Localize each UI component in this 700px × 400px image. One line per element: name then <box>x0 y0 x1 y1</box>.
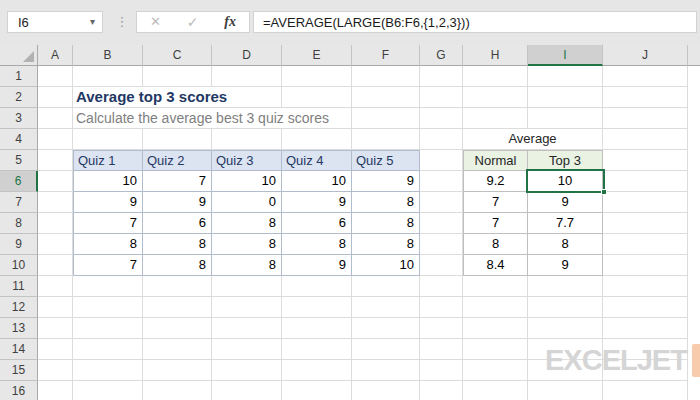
cell-F3[interactable] <box>352 108 420 129</box>
cell-I6[interactable]: 10 <box>528 171 603 192</box>
column-header-H[interactable]: H <box>463 45 528 66</box>
column-header-A[interactable]: A <box>38 45 73 66</box>
cell-J4[interactable] <box>603 129 688 150</box>
cell-F9[interactable]: 8 <box>352 234 420 255</box>
cell-E8[interactable]: 6 <box>282 213 352 234</box>
cell-F12[interactable] <box>352 297 420 318</box>
cell-D12[interactable] <box>212 297 282 318</box>
cell-E6[interactable]: 10 <box>282 171 352 192</box>
cell-A5[interactable] <box>38 150 73 171</box>
row-header-4[interactable]: 4 <box>0 129 38 150</box>
cell-J13[interactable] <box>603 318 688 339</box>
cell-A7[interactable] <box>38 192 73 213</box>
column-header-D[interactable]: D <box>212 45 282 66</box>
cell-H14[interactable] <box>463 339 528 360</box>
cell-J7[interactable] <box>603 192 688 213</box>
cell-B11[interactable] <box>73 276 143 297</box>
cell-B9[interactable]: 8 <box>73 234 143 255</box>
cell-H1[interactable] <box>463 66 528 87</box>
cell-E9[interactable]: 8 <box>282 234 352 255</box>
cell-E2[interactable] <box>282 87 352 108</box>
row-header-14[interactable]: 14 <box>0 339 38 360</box>
cell-A2[interactable] <box>38 87 73 108</box>
cell-G9[interactable] <box>420 234 463 255</box>
cell-D5[interactable]: Quiz 3 <box>212 150 282 171</box>
name-box[interactable]: I6 ▾ <box>7 11 103 33</box>
cell-E16[interactable] <box>282 381 352 400</box>
cell-D4[interactable] <box>212 129 282 150</box>
cell-I8[interactable]: 7.7 <box>528 213 603 234</box>
cell-F11[interactable] <box>352 276 420 297</box>
cell-A6[interactable] <box>38 171 73 192</box>
cell-F13[interactable] <box>352 318 420 339</box>
cell-C16[interactable] <box>143 381 212 400</box>
cell-E12[interactable] <box>282 297 352 318</box>
cell-A14[interactable] <box>38 339 73 360</box>
cell-I10[interactable]: 9 <box>528 255 603 276</box>
row-header-15[interactable]: 15 <box>0 360 38 381</box>
column-header-J[interactable]: J <box>603 45 688 66</box>
cell-G14[interactable] <box>420 339 463 360</box>
cell-C1[interactable] <box>143 66 212 87</box>
cell-E13[interactable] <box>282 318 352 339</box>
cell-G1[interactable] <box>420 66 463 87</box>
row-header-1[interactable]: 1 <box>0 66 38 87</box>
cell-I11[interactable] <box>528 276 603 297</box>
cell-A16[interactable] <box>38 381 73 400</box>
cell-G7[interactable] <box>420 192 463 213</box>
column-header-E[interactable]: E <box>282 45 352 66</box>
cell-G3[interactable] <box>420 108 463 129</box>
row-header-2[interactable]: 2 <box>0 87 38 108</box>
cell-I12[interactable] <box>528 297 603 318</box>
cell-A8[interactable] <box>38 213 73 234</box>
cell-B13[interactable] <box>73 318 143 339</box>
cell-I1[interactable] <box>528 66 603 87</box>
cell-H9[interactable]: 8 <box>463 234 528 255</box>
row-header-16[interactable]: 16 <box>0 381 38 400</box>
cell-D14[interactable] <box>212 339 282 360</box>
cell-H16[interactable] <box>463 381 528 400</box>
cell-D16[interactable] <box>212 381 282 400</box>
cell-B12[interactable] <box>73 297 143 318</box>
cell-E7[interactable]: 9 <box>282 192 352 213</box>
row-header-7[interactable]: 7 <box>0 192 38 213</box>
cell-I5[interactable]: Top 3 <box>528 150 603 171</box>
formula-input[interactable]: =AVERAGE(LARGE(B6:F6,{1,2,3})) <box>253 11 697 33</box>
cell-I3[interactable] <box>528 108 603 129</box>
cell-B2[interactable]: Average top 3 scores <box>73 87 143 108</box>
row-header-5[interactable]: 5 <box>0 150 38 171</box>
cell-J10[interactable] <box>603 255 688 276</box>
cell-H2[interactable] <box>463 87 528 108</box>
cell-H10[interactable]: 8.4 <box>463 255 528 276</box>
cell-C4[interactable] <box>143 129 212 150</box>
cell-A15[interactable] <box>38 360 73 381</box>
column-header-G[interactable]: G <box>420 45 463 66</box>
cell-H4[interactable]: Average <box>463 129 528 150</box>
cell-C11[interactable] <box>143 276 212 297</box>
cell-H8[interactable]: 7 <box>463 213 528 234</box>
cell-I7[interactable]: 9 <box>528 192 603 213</box>
cell-F2[interactable] <box>352 87 420 108</box>
cell-F8[interactable]: 8 <box>352 213 420 234</box>
cell-D11[interactable] <box>212 276 282 297</box>
cancel-icon[interactable]: ✕ <box>150 12 161 32</box>
cell-G4[interactable] <box>420 129 463 150</box>
cell-E10[interactable]: 9 <box>282 255 352 276</box>
cell-G6[interactable] <box>420 171 463 192</box>
cell-D8[interactable]: 8 <box>212 213 282 234</box>
cell-I16[interactable] <box>528 381 603 400</box>
cell-A4[interactable] <box>38 129 73 150</box>
cell-J11[interactable] <box>603 276 688 297</box>
cell-B4[interactable] <box>73 129 143 150</box>
cell-G16[interactable] <box>420 381 463 400</box>
cell-C9[interactable]: 8 <box>143 234 212 255</box>
cell-A13[interactable] <box>38 318 73 339</box>
cell-B6[interactable]: 10 <box>73 171 143 192</box>
row-header-12[interactable]: 12 <box>0 297 38 318</box>
row-header-6[interactable]: 6 <box>0 171 38 192</box>
cell-F6[interactable]: 9 <box>352 171 420 192</box>
cell-E11[interactable] <box>282 276 352 297</box>
cell-A12[interactable] <box>38 297 73 318</box>
cell-F14[interactable] <box>352 339 420 360</box>
cell-J5[interactable] <box>603 150 688 171</box>
